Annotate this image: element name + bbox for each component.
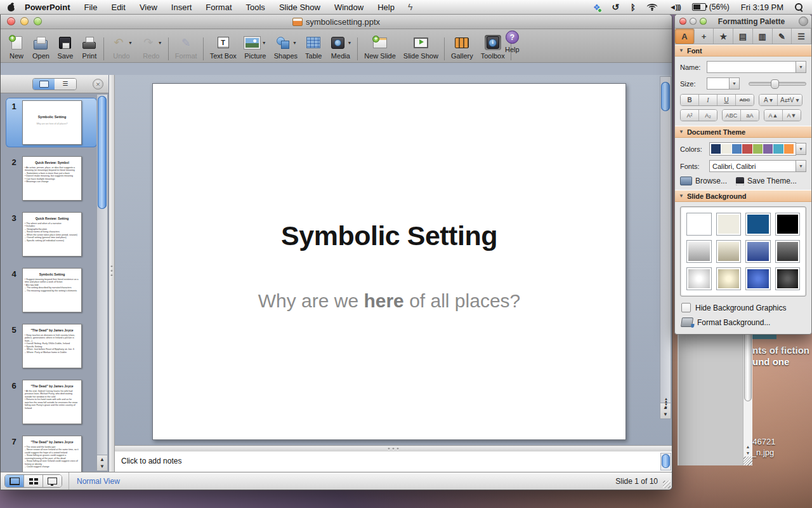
font-style-button[interactable]: I xyxy=(699,95,717,105)
toolbar-button[interactable]: ▼ Open xyxy=(29,34,53,60)
font-size-input[interactable] xyxy=(707,77,730,90)
font-style-button[interactable]: ABC xyxy=(736,95,754,105)
slide[interactable]: Symbolic Setting Why are we here of all … xyxy=(152,83,626,440)
background-swatch[interactable] xyxy=(716,267,742,290)
theme-color-swatch[interactable] xyxy=(763,144,773,154)
navigator-scroll-arrows[interactable]: ▲▼ xyxy=(97,455,107,471)
fragment-scrollbar[interactable]: ▲▼ xyxy=(743,321,752,465)
background-swatch[interactable] xyxy=(745,267,771,290)
slide-background-section-header[interactable]: ▼ Slide Background xyxy=(675,190,811,202)
menu-item[interactable]: Format xyxy=(199,1,239,13)
menu-item[interactable]: View xyxy=(133,1,164,13)
theme-color-swatch[interactable] xyxy=(732,144,742,154)
palette-tab[interactable]: ★ xyxy=(714,29,733,44)
background-swatch[interactable] xyxy=(686,267,712,290)
pane-splitter[interactable] xyxy=(109,75,115,472)
slides-view-toggle[interactable] xyxy=(33,79,55,90)
theme-fonts-value[interactable]: Calibri, Calibri xyxy=(709,160,796,172)
background-swatch[interactable] xyxy=(775,213,801,236)
normal-view-button[interactable] xyxy=(5,475,24,487)
font-style-button[interactable]: U xyxy=(717,95,736,105)
font-size-dropdown[interactable]: ▼ xyxy=(730,77,740,90)
slide-thumbnail[interactable]: 1 Symbolic Setting Why are we here of al… xyxy=(6,98,97,147)
palette-tab[interactable]: + xyxy=(695,29,714,44)
fragment-resize-grip[interactable] xyxy=(743,457,752,465)
navigator-scrollbar[interactable]: ▲▼ xyxy=(96,94,108,471)
toolbar-button[interactable]: ✎▼ Format xyxy=(171,34,201,60)
outline-view-toggle[interactable]: ☰ xyxy=(55,79,76,90)
slide-thumbnail[interactable]: 2 Quick Review: Symbol • An action, pers… xyxy=(6,154,97,203)
toolbar-button[interactable]: ▼ Print xyxy=(77,34,102,60)
font-style-button[interactable]: B xyxy=(681,95,699,105)
theme-colors-dropdown[interactable]: ▼ xyxy=(796,143,806,155)
notes-pane[interactable]: Click to add notes xyxy=(115,451,672,472)
slide-thumbnail[interactable]: 5 "The Dead" by James Joyce • Story touc… xyxy=(6,321,97,371)
background-swatch[interactable] xyxy=(686,240,712,263)
toolbar-button[interactable]: ▼ New Slide xyxy=(360,34,400,60)
slide-subtitle-text[interactable]: Why are we here of all places? xyxy=(153,290,625,312)
background-window-fragment[interactable]: ▲▼ xyxy=(678,321,752,465)
toolbar-button[interactable]: ▼ Gallery xyxy=(447,34,477,60)
navigator-scroll-thumb[interactable] xyxy=(98,96,107,209)
toolbar-button[interactable]: ▼ Media xyxy=(325,34,355,60)
window-resize-grip[interactable] xyxy=(663,481,671,488)
theme-fonts-dropdown[interactable]: ▼ xyxy=(796,160,806,172)
notes-scrollbar[interactable] xyxy=(660,453,671,471)
close-window-button[interactable] xyxy=(7,17,15,25)
menu-item[interactable]: PowerPoint xyxy=(22,1,77,13)
script-button[interactable]: A² xyxy=(681,110,699,121)
palette-tab[interactable]: ▤ xyxy=(733,29,753,44)
save-theme-button[interactable]: Save Theme... xyxy=(736,177,797,185)
previous-slide-button[interactable]: ▲▲ xyxy=(664,398,668,403)
volume-icon[interactable]: ◄))) xyxy=(669,3,681,11)
palette-close-button[interactable] xyxy=(679,18,686,25)
document-proxy-icon[interactable] xyxy=(292,18,303,26)
background-swatch[interactable] xyxy=(745,213,771,236)
window-title-bar[interactable]: symbolicsetting.pptx xyxy=(1,15,672,29)
palette-tab[interactable]: ☰ xyxy=(792,29,811,44)
background-swatch[interactable] xyxy=(716,240,742,263)
toolbar-button[interactable]: ▼ New xyxy=(4,34,29,60)
theme-color-swatch[interactable] xyxy=(773,144,783,154)
palette-collapse-button[interactable] xyxy=(799,17,808,26)
help-button[interactable]: ? Help xyxy=(499,30,526,54)
slide-title-text[interactable]: Symbolic Setting xyxy=(153,220,625,251)
font-grow-shrink-button[interactable]: A▼ xyxy=(783,110,801,121)
minimize-window-button[interactable] xyxy=(20,17,29,25)
palette-tab[interactable]: A xyxy=(675,29,695,44)
toolbar-button[interactable]: ▼ Picture xyxy=(240,34,270,60)
font-name-input[interactable] xyxy=(707,61,796,73)
slide-thumbnail[interactable]: 3 Quick Review: Setting • The where and … xyxy=(6,210,97,259)
slide-show-view-button[interactable] xyxy=(43,475,62,487)
menu-item[interactable]: Help xyxy=(370,1,402,13)
menu-item[interactable]: Tools xyxy=(239,1,272,13)
toolbar-button[interactable]: ▼ Shapes xyxy=(270,34,301,60)
toolbar-button[interactable]: ▼ Table xyxy=(301,34,325,60)
background-swatch[interactable] xyxy=(716,213,742,236)
menu-item[interactable]: Window xyxy=(327,1,370,13)
case-button[interactable]: ABC xyxy=(723,110,741,121)
slide-thumbnail[interactable]: 6 "The Dead" by James Joyce • At the end… xyxy=(6,377,97,427)
palette-tab[interactable]: ✎ xyxy=(773,29,792,44)
font-section-header[interactable]: ▼ Font xyxy=(675,44,811,57)
close-pane-button[interactable]: ✕ xyxy=(93,79,103,90)
slide-sorter-view-button[interactable] xyxy=(24,475,43,487)
theme-color-swatch[interactable] xyxy=(784,144,794,154)
palette-title-bar[interactable]: Formatting Palette xyxy=(675,15,811,29)
font-size-slider[interactable] xyxy=(749,82,806,86)
font-color-spacing-button[interactable]: A ▾ xyxy=(759,95,778,105)
notes-placeholder[interactable]: Click to add notes xyxy=(115,451,672,465)
toolbar-button[interactable]: ↷▼ Redo xyxy=(136,34,166,60)
case-button[interactable]: aA xyxy=(741,110,759,121)
wifi-icon[interactable] xyxy=(647,3,658,11)
slide-thumbnail[interactable]: 7 "The Dead" by James Joyce • The snow a… xyxy=(6,433,97,472)
script-button[interactable]: A₂ xyxy=(699,110,717,121)
background-swatch[interactable] xyxy=(745,240,771,263)
menu-item[interactable]: Slide Show xyxy=(272,1,327,13)
theme-color-swatch[interactable] xyxy=(753,144,763,154)
dropbox-icon[interactable]: ❖ xyxy=(593,3,601,12)
apple-menu[interactable] xyxy=(8,3,16,11)
background-swatch[interactable] xyxy=(686,213,712,236)
slide-scroll-thumb[interactable] xyxy=(661,82,670,111)
next-slide-button[interactable]: ▼▼ xyxy=(664,403,668,408)
